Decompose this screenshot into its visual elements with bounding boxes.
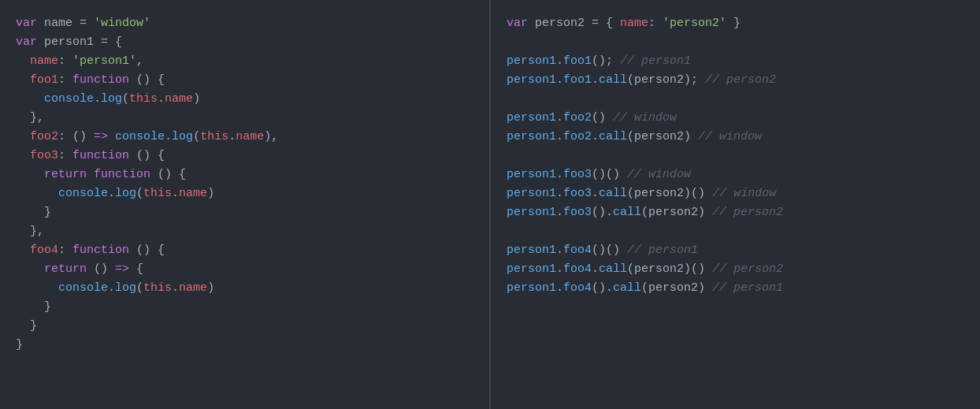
code-line-15: console . log ( this . name ) [16, 279, 473, 298]
code-line-7: foo2 : () => console . log ( this . name… [16, 128, 473, 147]
rcode-line-10: person1 . foo4 . call (person2)() // per… [507, 260, 964, 279]
right-panel: var person2 = { name : 'person2' } perso… [491, 0, 980, 409]
rcode-line-4: person1 . foo2 () // window [507, 109, 964, 128]
rcode-blank-2 [507, 90, 964, 109]
rcode-line-8: person1 . foo3 (). call (person2) // per… [507, 203, 964, 222]
code-line-1: var name = 'window' [16, 14, 473, 33]
rcode-line-7: person1 . foo3 . call (person2)() // win… [507, 184, 964, 203]
rcode-blank-3 [507, 147, 964, 165]
rcode-blank-1 [507, 33, 964, 52]
code-line-2: var person1 = { [16, 33, 473, 52]
rcode-blank-4 [507, 222, 964, 241]
code-line-16: } [16, 298, 473, 317]
rcode-line-1: var person2 = { name : 'person2' } [507, 14, 964, 33]
code-line-3: name : 'person1' , [16, 52, 473, 71]
kw-var: var [16, 14, 37, 33]
code-line-5: console . log ( this . name ) [16, 90, 473, 109]
code-line-17: } [16, 317, 473, 336]
code-line-10: console . log ( this . name ) [16, 184, 473, 203]
rcode-line-3: person1 . foo1 . call (person2); // pers… [507, 71, 964, 90]
rcode-line-11: person1 . foo4 (). call (person2) // per… [507, 279, 964, 298]
code-line-18: } [16, 336, 473, 355]
code-line-8: foo3 : function () { [16, 147, 473, 165]
code-line-13: foo4 : function () { [16, 241, 473, 260]
code-line-11: } [16, 203, 473, 222]
code-line-14: return () => { [16, 260, 473, 279]
rcode-line-5: person1 . foo2 . call (person2) // windo… [507, 128, 964, 147]
rcode-line-6: person1 . foo3 ()() // window [507, 165, 964, 184]
left-panel: var name = 'window' var person1 = { name… [0, 0, 489, 409]
rcode-line-9: person1 . foo4 ()() // person1 [507, 241, 964, 260]
code-line-6: }, [16, 109, 473, 128]
rcode-line-2: person1 . foo1 (); // person1 [507, 52, 964, 71]
code-line-4: foo1 : function () { [16, 71, 473, 90]
code-line-12: }, [16, 222, 473, 241]
code-line-9: return function () { [16, 165, 473, 184]
